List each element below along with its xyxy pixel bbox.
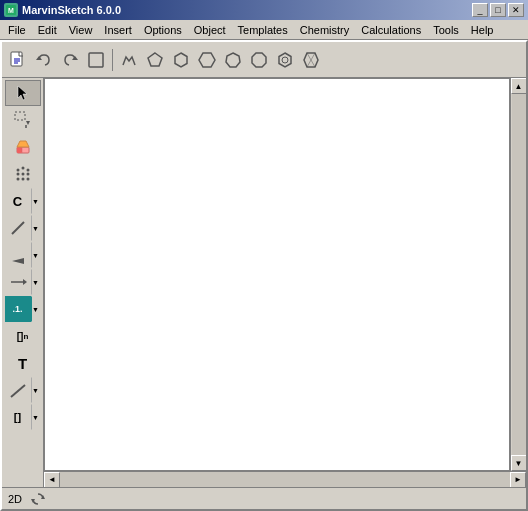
vertical-scrollbar[interactable]: ▲ ▼ xyxy=(510,78,526,471)
bracket-tool-group: [] ▼ xyxy=(5,404,41,430)
rotate-icon[interactable] xyxy=(30,491,46,507)
eraser-tool-button[interactable] xyxy=(5,134,41,160)
shape-pentagon-button[interactable] xyxy=(143,48,167,72)
svg-point-27 xyxy=(16,169,19,172)
svg-marker-21 xyxy=(26,121,30,125)
redo-button[interactable] xyxy=(58,48,82,72)
svg-rect-24 xyxy=(17,147,22,153)
svg-point-33 xyxy=(16,178,19,181)
atom-map-tool-button[interactable] xyxy=(5,161,41,187)
title-bar-left: M MarvinSketch 6.0.0 xyxy=(4,3,121,17)
bracket-n-button[interactable]: []n xyxy=(5,323,41,349)
drawing-panel: ▲ ▼ ◄ ► xyxy=(44,78,526,487)
select-tool-button[interactable] xyxy=(5,80,41,106)
svg-line-40 xyxy=(11,385,25,397)
canvas-wrapper xyxy=(44,78,510,471)
svg-line-36 xyxy=(12,222,24,234)
content-area: C ▼ ▼ ▼ xyxy=(2,78,526,487)
scroll-track-v xyxy=(512,94,526,455)
dimension-mode: 2D xyxy=(8,493,22,505)
main-window: C ▼ ▼ ▼ xyxy=(0,40,528,511)
bond-wedge-button[interactable] xyxy=(5,242,31,268)
title-bar: M MarvinSketch 6.0.0 _ □ ✕ xyxy=(0,0,528,20)
menu-item-help[interactable]: Help xyxy=(465,21,500,39)
status-bar: 2D xyxy=(2,487,526,509)
window-controls[interactable]: _ □ ✕ xyxy=(472,3,524,17)
svg-rect-20 xyxy=(15,112,25,120)
shape-hexagon-button[interactable] xyxy=(169,48,193,72)
menu-item-edit[interactable]: Edit xyxy=(32,21,63,39)
svg-point-29 xyxy=(26,169,29,172)
new-button[interactable] xyxy=(6,48,30,72)
canvas[interactable] xyxy=(44,78,510,471)
bond-wedge-dropdown[interactable]: ▼ xyxy=(31,242,41,268)
shape-octagon-button[interactable] xyxy=(247,48,271,72)
text-tool-button[interactable]: T xyxy=(5,350,41,376)
scroll-right-button[interactable]: ► xyxy=(510,472,526,488)
svg-text:M: M xyxy=(8,7,14,14)
shape-heptagon-button[interactable] xyxy=(221,48,245,72)
svg-marker-10 xyxy=(175,53,187,67)
app-icon: M xyxy=(4,3,18,17)
charge-dropdown[interactable]: ▼ xyxy=(31,296,41,322)
minimize-button[interactable]: _ xyxy=(472,3,488,17)
menu-item-view[interactable]: View xyxy=(63,21,99,39)
shape-hexagon2-button[interactable] xyxy=(195,48,219,72)
bond-wedge-tool-group: ▼ xyxy=(5,242,41,268)
svg-marker-26 xyxy=(17,141,29,147)
arrow-button[interactable] xyxy=(5,269,31,295)
svg-point-15 xyxy=(282,57,288,63)
svg-marker-13 xyxy=(252,53,266,67)
menu-item-file[interactable]: File xyxy=(2,21,32,39)
bracket-button[interactable]: [] xyxy=(5,404,31,430)
bond-tool-group: ▼ xyxy=(5,215,41,241)
menu-item-chemistry[interactable]: Chemistry xyxy=(294,21,356,39)
atom-c-button[interactable]: C xyxy=(5,188,31,214)
shape-ring2-button[interactable] xyxy=(299,48,323,72)
left-toolbar: C ▼ ▼ ▼ xyxy=(2,78,44,487)
page-button[interactable] xyxy=(84,48,108,72)
arrow-dropdown[interactable]: ▼ xyxy=(31,269,41,295)
top-toolbar xyxy=(2,42,526,78)
bond-single-button[interactable] xyxy=(5,215,31,241)
menu-item-calculations[interactable]: Calculations xyxy=(355,21,427,39)
svg-point-32 xyxy=(26,173,29,176)
shape-open-pentagon-button[interactable] xyxy=(117,48,141,72)
menu-bar: FileEditViewInsertOptionsObjectTemplates… xyxy=(0,20,528,40)
scroll-left-button[interactable]: ◄ xyxy=(44,472,60,488)
line-dropdown[interactable]: ▼ xyxy=(31,377,41,403)
window-title: MarvinSketch 6.0.0 xyxy=(22,4,121,16)
menu-item-object[interactable]: Object xyxy=(188,21,232,39)
atom-tool-group: C ▼ xyxy=(5,188,41,214)
menu-item-tools[interactable]: Tools xyxy=(427,21,465,39)
menu-item-templates[interactable]: Templates xyxy=(232,21,294,39)
svg-point-30 xyxy=(16,173,19,176)
line-button[interactable] xyxy=(5,377,31,403)
scroll-track-h xyxy=(60,472,510,488)
maximize-button[interactable]: □ xyxy=(490,3,506,17)
menu-item-options[interactable]: Options xyxy=(138,21,188,39)
svg-marker-19 xyxy=(18,86,27,100)
scroll-down-button[interactable]: ▼ xyxy=(511,455,527,471)
menu-item-insert[interactable]: Insert xyxy=(98,21,138,39)
atom-c-dropdown[interactable]: ▼ xyxy=(31,188,41,214)
svg-point-34 xyxy=(21,178,24,181)
shape-ring1-button[interactable] xyxy=(273,48,297,72)
svg-marker-12 xyxy=(226,53,240,67)
svg-marker-14 xyxy=(279,53,291,67)
svg-point-31 xyxy=(21,173,24,176)
scroll-up-button[interactable]: ▲ xyxy=(511,78,527,94)
undo-button[interactable] xyxy=(32,48,56,72)
bracket-dropdown[interactable]: ▼ xyxy=(31,404,41,430)
horizontal-scrollbar[interactable]: ◄ ► xyxy=(44,471,526,487)
svg-point-35 xyxy=(26,178,29,181)
svg-marker-9 xyxy=(148,53,162,66)
arrow-tool-group: ▼ xyxy=(5,269,41,295)
close-button[interactable]: ✕ xyxy=(508,3,524,17)
svg-point-28 xyxy=(21,167,24,170)
lasso-tool-button[interactable] xyxy=(5,107,41,133)
bond-dropdown[interactable]: ▼ xyxy=(31,215,41,241)
line-tool-group: ▼ xyxy=(5,377,41,403)
toolbar-separator-1 xyxy=(112,49,113,71)
charge-button[interactable]: .1. xyxy=(5,296,31,322)
